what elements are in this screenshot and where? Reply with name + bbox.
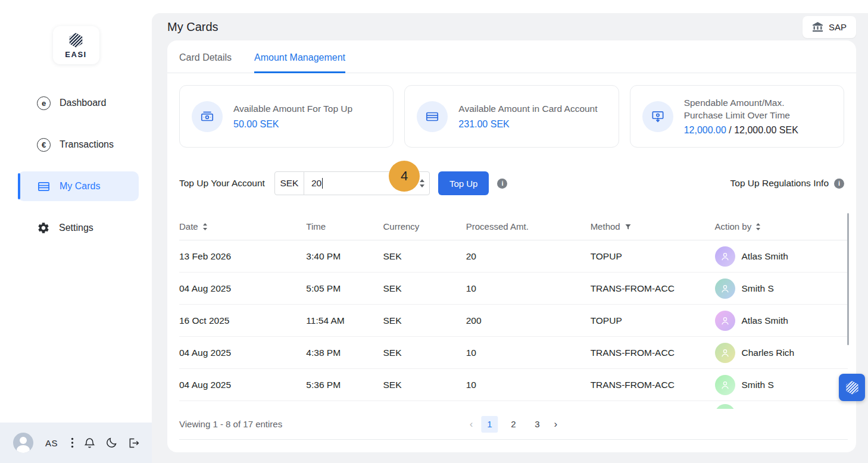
cell-method: TRANS-FROM-ACC [591,348,715,358]
cell-method: TRANS-FROM-ACC [591,283,715,294]
summary-card-label: Available Amount in Card Account [458,103,597,115]
summary-card-card-account: Available Amount in Card Account 231.00 … [404,85,619,148]
dashboard-icon: e [37,96,51,110]
app-logo: EASI [53,26,99,64]
cell-processed-amount: 10 [466,283,591,294]
prev-page-icon[interactable]: ‹ [469,418,474,430]
topup-button[interactable]: Top Up [438,171,489,195]
cash-icon [192,101,223,132]
sap-button[interactable]: SAP [803,16,856,38]
cell-method: TRANS-FROM-ACC [591,380,715,390]
page-button-3[interactable]: 3 [529,416,546,433]
moon-icon[interactable] [105,437,118,449]
sidebar-item-settings[interactable]: Settings [18,213,139,243]
column-header-method[interactable]: Method [591,221,715,232]
limit-value: / 12,000.00 SEK [729,125,798,135]
next-page-icon[interactable]: › [553,418,559,430]
logo-wordmark: EASI [65,50,86,59]
easi-floating-button[interactable] [839,374,865,401]
avatar [715,404,735,409]
person-icon [719,379,731,391]
user-initials: AS [45,438,58,448]
main-area: My Cards SAP Card Details Amount Managem… [152,0,868,463]
sort-icon[interactable] [202,223,208,231]
cell-date: 13 Feb 2026 [179,251,306,262]
cell-action-by: Atlas Smith [715,246,848,267]
topup-info-icon[interactable]: i [497,179,507,189]
table-footer: Viewing 1 - 8 of 17 entires ‹ 1 2 3 › [179,409,848,440]
avatar [715,279,735,299]
summary-cards-row: Available Amount For Top Up 50.00 SEK [179,85,844,148]
avatar [715,311,735,331]
summary-card-spendable: Spendable Amount/Max. Purchase Limit Ove… [630,85,844,148]
summary-card-label: Spendable Amount/Max. Purchase Limit Ove… [684,97,821,121]
pagination: ‹ 1 2 3 › [469,416,558,433]
annotation-step-badge: 4 [389,161,420,192]
table-row: 13 Feb 2026 3:40 PM SEK 20 TOPUP Atlas S… [179,240,848,273]
cell-time: 11:54 AM [306,315,383,326]
cell-processed-amount: 200 [466,315,591,326]
cell-action-by: Charles Rich [715,343,848,363]
spent-value: 12,000.00 [684,125,726,135]
tab-card-details[interactable]: Card Details [179,52,232,73]
table-header: Date Time Currency Processed Amt. [179,213,848,240]
column-header-date[interactable]: Date [179,221,306,232]
cell-method: TOPUP [591,315,715,326]
page-header: My Cards SAP [152,13,868,40]
summary-card-topup-available: Available Amount For Top Up 50.00 SEK [179,85,394,148]
sidebar-user-strip: AS [0,423,152,463]
cell-processed-amount: 20 [466,251,591,262]
sidebar: EASI e Dashboard € Transactions My Cards [0,0,152,463]
cell-processed-amount: 10 [466,348,591,358]
table-row: 04 Aug 2025 5:05 PM SEK 10 TRANS-FROM-AC… [179,273,848,305]
sap-button-label: SAP [829,22,847,32]
stepper-up-icon[interactable] [420,179,424,182]
sort-icon[interactable] [755,223,761,231]
payout-icon [642,101,673,132]
sidebar-item-my-cards[interactable]: My Cards [18,171,139,201]
filter-icon[interactable] [625,223,632,230]
gear-icon [37,221,50,234]
cell-date: 04 Aug 2025 [179,348,306,358]
tab-amount-management[interactable]: Amount Management [254,52,345,73]
sidebar-item-transactions[interactable]: € Transactions [18,130,139,159]
cell-processed-amount: 10 [466,380,591,390]
column-header-action-by[interactable]: Action by [715,221,848,232]
stepper-down-icon[interactable] [420,184,424,187]
summary-card-value: 231.00 SEK [458,119,597,130]
logout-icon[interactable] [127,437,140,449]
cell-date: 04 Aug 2025 [179,283,306,294]
regulations-info-icon[interactable]: i [834,179,844,189]
page-button-1[interactable]: 1 [482,416,498,433]
active-indicator-bar [18,173,20,199]
cell-action-by: Smith S [715,375,848,395]
avatar [715,375,735,395]
sidebar-item-label: Transactions [60,139,114,150]
transactions-table: Date Time Currency Processed Amt. [179,213,848,409]
text-caret [322,178,323,189]
sidebar-item-label: My Cards [60,181,100,192]
column-header-currency: Currency [383,221,466,232]
user-avatar[interactable] [13,433,33,453]
more-vertical-icon[interactable] [71,437,74,448]
cell-date: 04 Aug 2025 [179,380,306,390]
currency-prefix: SEK [274,171,304,195]
person-icon [719,251,731,262]
bell-icon[interactable] [83,437,96,449]
cell-time: 5:05 PM [306,283,383,294]
cell-currency: SEK [383,251,466,262]
cell-date: 16 Oct 2025 [179,315,306,326]
person-icon [719,315,731,327]
transactions-icon: € [37,138,51,152]
number-stepper[interactable] [420,179,424,187]
sidebar-item-dashboard[interactable]: e Dashboard [18,88,139,118]
summary-card-value: 12,000.00 / 12,000.00 SEK [684,125,821,136]
cell-time: 3:40 PM [306,251,383,262]
cell-action-by: Smith S [715,279,848,299]
cell-currency: SEK [383,315,466,326]
action-by-name: Atlas Smith [742,251,788,262]
page-button-2[interactable]: 2 [505,416,522,433]
regulations-info: Top Up Regulations Info i [730,178,844,189]
my-cards-card: Card Details Amount Management [167,40,856,452]
table-scrollbar[interactable] [847,213,849,345]
